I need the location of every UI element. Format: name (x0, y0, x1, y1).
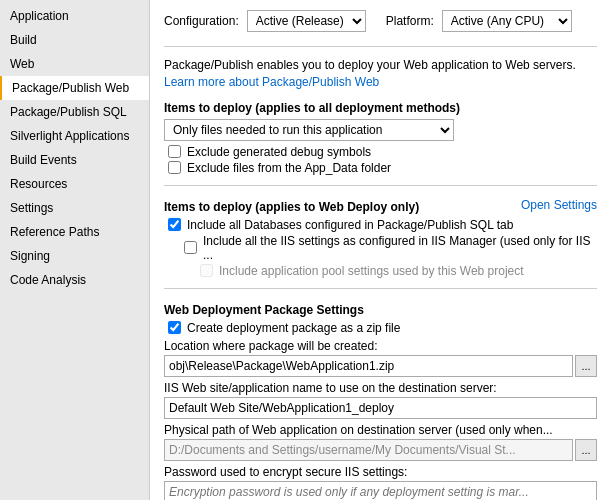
iis-name-input[interactable] (164, 397, 597, 419)
location-row: ... (164, 355, 597, 377)
exclude-debug-checkbox[interactable] (168, 145, 181, 158)
main-content: Configuration: Active (Release) Platform… (150, 0, 611, 500)
platform-dropdown-container: Active (Any CPU) (442, 10, 572, 32)
iis-settings-checkbox[interactable] (184, 241, 197, 254)
sidebar-item-silverlight[interactable]: Silverlight Applications (0, 124, 149, 148)
include-db-label: Include all Databases configured in Pack… (187, 218, 513, 232)
password-label: Password used to encrypt secure IIS sett… (164, 465, 597, 479)
sidebar-item-reference-paths[interactable]: Reference Paths (0, 220, 149, 244)
physical-path-row: ... (164, 439, 597, 461)
config-dropdown-container: Active (Release) (247, 10, 366, 32)
mid-divider2 (164, 288, 597, 289)
password-input[interactable] (164, 481, 597, 500)
password-row (164, 481, 597, 500)
exclude-app-data-checkbox[interactable] (168, 161, 181, 174)
location-input[interactable] (164, 355, 573, 377)
exclude-debug-row: Exclude generated debug symbols (164, 145, 597, 159)
sidebar-item-signing[interactable]: Signing (0, 244, 149, 268)
sidebar-item-web[interactable]: Web (0, 52, 149, 76)
sidebar-item-settings[interactable]: Settings (0, 196, 149, 220)
deploy-all-section: Items to deploy (applies to all deployme… (164, 97, 597, 175)
exclude-debug-label: Exclude generated debug symbols (187, 145, 371, 159)
exclude-app-data-label: Exclude files from the App_Data folder (187, 161, 391, 175)
iis-name-row (164, 397, 597, 419)
open-settings-link[interactable]: Open Settings (521, 198, 597, 212)
sidebar-item-application[interactable]: Application (0, 4, 149, 28)
sidebar-item-package-publish-web[interactable]: Package/Publish Web (0, 76, 149, 100)
location-browse-button[interactable]: ... (575, 355, 597, 377)
sidebar: Application Build Web Package/Publish We… (0, 0, 150, 500)
app-pool-row: Include application pool settings used b… (164, 264, 597, 278)
sidebar-item-resources[interactable]: Resources (0, 172, 149, 196)
deploy-web-header-row: Items to deploy (applies to Web Deploy o… (164, 196, 597, 214)
zip-checkbox[interactable] (168, 321, 181, 334)
iis-settings-row: Include all the IIS settings as configur… (164, 234, 597, 262)
zip-checkbox-row: Create deployment package as a zip file (164, 321, 597, 335)
include-db-checkbox[interactable] (168, 218, 181, 231)
deploy-web-label: Items to deploy (applies to Web Deploy o… (164, 200, 419, 214)
top-divider (164, 46, 597, 47)
sidebar-item-package-publish-sql[interactable]: Package/Publish SQL (0, 100, 149, 124)
platform-dropdown[interactable]: Active (Any CPU) (442, 10, 572, 32)
iis-settings-label: Include all the IIS settings as configur… (203, 234, 597, 262)
app-pool-checkbox[interactable] (200, 264, 213, 277)
sidebar-item-build[interactable]: Build (0, 28, 149, 52)
physical-path-input[interactable] (164, 439, 573, 461)
sidebar-item-build-events[interactable]: Build Events (0, 148, 149, 172)
include-db-row: Include all Databases configured in Pack… (164, 218, 597, 232)
physical-path-label: Physical path of Web application on dest… (164, 423, 597, 437)
deploy-all-label: Items to deploy (applies to all deployme… (164, 101, 597, 115)
config-platform-row: Configuration: Active (Release) Platform… (164, 10, 597, 32)
exclude-app-data-row: Exclude files from the App_Data folder (164, 161, 597, 175)
config-dropdown[interactable]: Active (Release) (247, 10, 366, 32)
web-deployment-label: Web Deployment Package Settings (164, 303, 597, 317)
mid-divider1 (164, 185, 597, 186)
app-pool-label: Include application pool settings used b… (219, 264, 524, 278)
sidebar-item-code-analysis[interactable]: Code Analysis (0, 268, 149, 292)
learn-more-link[interactable]: Learn more about Package/Publish Web (164, 75, 379, 89)
physical-path-browse-button[interactable]: ... (575, 439, 597, 461)
zip-checkbox-label: Create deployment package as a zip file (187, 321, 400, 335)
location-label: Location where package will be created: (164, 339, 597, 353)
deploy-all-dropdown[interactable]: Only files needed to run this applicatio… (164, 119, 454, 141)
deploy-web-section: Items to deploy (applies to Web Deploy o… (164, 196, 597, 278)
iis-name-label: IIS Web site/application name to use on … (164, 381, 597, 395)
info-description: Package/Publish enables you to deploy yo… (164, 57, 597, 91)
deploy-all-dropdown-row: Only files needed to run this applicatio… (164, 119, 597, 141)
config-label: Configuration: (164, 14, 239, 28)
platform-label: Platform: (386, 14, 434, 28)
web-deployment-section: Web Deployment Package Settings Create d… (164, 299, 597, 500)
